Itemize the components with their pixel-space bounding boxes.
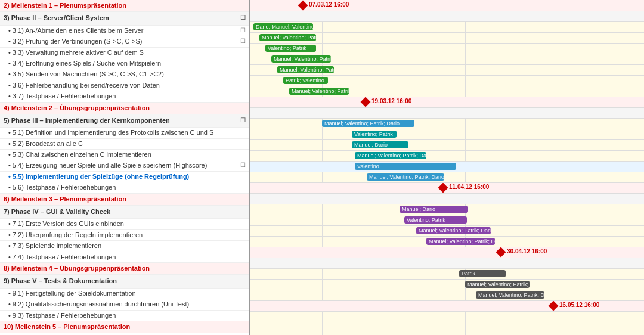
list-item: •3.3) Verwaltung mehrere aktiver C auf d… — [0, 48, 249, 58]
item-label: 3.3) Verwaltung mehrere aktiver C auf de… — [13, 49, 144, 56]
item-label: 3.2) Prüfung der Verbindungen (S->C, C->… — [13, 38, 143, 45]
item-label: 5.3) Chat zwischen einzelnen C implement… — [13, 151, 151, 158]
item-label: 5.2) Broadcast an alle C — [13, 140, 83, 147]
list-item: ☐ 5) Phase III – Implementierung der Ker… — [0, 114, 249, 128]
gantt-bar: Manuel; Dario — [400, 206, 468, 213]
row-divider — [250, 129, 644, 129]
list-item: 2) Meilenstein 1 – Plenumspräsentation — [0, 0, 249, 12]
gantt-bar: Manuel; Valentino; Patrik; Dario — [271, 55, 331, 63]
list-item: •5.1) Definition und Implementierung des… — [0, 128, 249, 138]
row-divider — [250, 21, 644, 22]
list-item: •3.4) Eröffnung eines Spiels / Suche von… — [0, 58, 249, 69]
row-divider — [250, 107, 644, 108]
item-label: 5.4) Erzeugung neuer Spiele und alte Spi… — [13, 162, 208, 169]
row-divider — [250, 150, 644, 151]
task-list: 2) Meilenstein 1 – Plenumspräsentation ☐… — [0, 0, 250, 335]
row-divider — [250, 290, 644, 290]
item-label: 5) Phase III – Implementierung der Kernk… — [4, 117, 170, 124]
row-divider — [250, 43, 644, 44]
row-divider — [250, 258, 644, 258]
gantt-bar: Valentino; Patrik — [404, 216, 467, 224]
gantt-bar: Patrik; Valentino — [283, 77, 328, 84]
list-item: •9.1) Fertigstellung der Spieldokumentat… — [0, 289, 249, 299]
gantt-row-bg — [250, 258, 644, 268]
item-label: 3.4) Eröffnung eines Spiels / Suche von … — [13, 60, 161, 67]
item-label: 7.1) Erste Version des GUIs einbinden — [13, 220, 124, 227]
row-divider — [250, 75, 644, 76]
item-label: 7.3) Spielende implementieren — [13, 242, 101, 249]
row-divider — [250, 182, 644, 183]
list-item: 10) Meilenstein 5 – Plenumspräsentation — [0, 321, 249, 333]
gantt-bar: Dario; Manuel; Valentino; Patrik — [253, 23, 313, 30]
row-divider — [250, 300, 644, 301]
gantt-row-bg — [250, 11, 644, 21]
list-item: •5.2) Broadcast an alle C — [0, 139, 249, 150]
gantt-chart: 07.03.12 16:00 19.03.12 16:00 11.04.12 1… — [250, 0, 644, 335]
item-label: 3) Phase II – Server/Client System — [4, 14, 109, 21]
item-label: 9.2) Qualitätssicherungsmassnahmen durch… — [13, 300, 189, 308]
list-item: •5.3) Chat zwischen einzelnen C implemen… — [0, 150, 249, 160]
item-label: 5.6) Testphase / Fehlerbehebungen — [13, 184, 116, 191]
row-divider — [250, 11, 644, 11]
list-item: ☐ •5.4) Erzeugung neuer Spiele und alte … — [0, 160, 249, 171]
row-divider — [250, 172, 644, 172]
item-label: 3.7) Testphase / Fehlerbehebungen — [13, 92, 116, 100]
row-divider — [250, 54, 644, 54]
list-item: ☐ •3.2) Prüfung der Verbindungen (S->C, … — [0, 36, 249, 47]
gantt-row-bg — [250, 193, 644, 204]
gantt-bar: Manuel; Valentino; Patrik; Dario — [476, 291, 544, 299]
icon-checkbox: ☐ — [240, 14, 246, 22]
icon-checkbox: ☐ — [240, 37, 246, 45]
gantt-bar: Manuel; Valentino; Patrik; Dario — [289, 88, 349, 95]
item-label: 5.1) Definition und Implementierung des … — [13, 129, 214, 136]
icon-checkbox: ☐ — [240, 161, 246, 169]
row-divider — [250, 118, 644, 119]
item-label: 9) Phase V – Tests & Dokumentation — [4, 277, 117, 284]
list-item: •9.2) Qualitätssicherungsmassnahmen durc… — [0, 299, 249, 310]
gantt-bar: Valentino — [355, 163, 456, 170]
row-divider — [250, 86, 644, 86]
list-item: •7.4) Testphase / Fehlerbehebungen — [0, 252, 249, 263]
milestone-date-label: 19.03.12 16:00 — [371, 98, 411, 104]
gantt-bar: Patrik — [459, 270, 506, 277]
list-item: ☐ •3.1) An-/Abmelden eines Clients beim … — [0, 26, 249, 36]
row-divider — [250, 139, 644, 140]
item-label: 7) Phase IV – GUI & Validity Check — [4, 208, 110, 215]
icon-checkbox: ☐ — [240, 26, 246, 35]
list-item: ☐ 3) Phase II – Server/Client System — [0, 12, 249, 25]
row-divider — [250, 311, 644, 312]
item-label: 6) Meilenstein 3 – Plenumspräsentation — [4, 196, 126, 203]
row-divider — [250, 193, 644, 194]
list-item: •9.3) Testphase / Fehlerbehebungen — [0, 311, 249, 321]
gantt-bar: Manuel; Valentino; Patrik; Dario — [355, 152, 426, 159]
item-label: 7.2) Überprüfung der Regeln implementier… — [13, 231, 143, 238]
gantt-bar: Manuel; Valentino; Patrik; Dario — [259, 34, 316, 41]
list-item: 8) Meilenstein 4 – Übungsgruppenpräsenta… — [0, 263, 249, 275]
main-container: 2) Meilenstein 1 – Plenumspräsentation ☐… — [0, 0, 644, 335]
milestone-date-label: 30.04.12 16:00 — [507, 248, 547, 255]
item-label: 3.1) An-/Abmelden eines Clients beim Ser… — [13, 27, 144, 34]
item-label: 2) Meilenstein 1 – Plenumspräsentation — [4, 2, 126, 9]
list-item: •3.6) Fehlerbehandlung bei send/receive … — [0, 80, 249, 91]
row-divider — [250, 161, 644, 162]
list-item: •7.3) Spielende implementieren — [0, 241, 249, 252]
milestone-date-label: 07.03.12 16:00 — [309, 1, 349, 8]
item-label: 5.5) Implementierung der Spielzüge (ohne… — [13, 173, 189, 180]
row-divider — [250, 32, 644, 33]
list-item: 6) Meilenstein 3 – Plenumspräsentation — [0, 194, 249, 206]
item-label: 7.4) Testphase / Fehlerbehebungen — [13, 253, 116, 260]
gantt-row-bg — [250, 247, 644, 258]
item-label: 3.6) Fehlerbehandlung bei send/receive v… — [13, 82, 160, 89]
item-label: 4) Meilenstein 2 – Übungsgruppenpräsenta… — [4, 104, 150, 111]
row-divider — [250, 268, 644, 269]
row-divider — [250, 97, 644, 97]
item-label: 10) Meilenstein 5 – Plenumspräsentation — [4, 323, 130, 330]
gantt-bar: Manuel; Valentino; Patrik; Dario — [426, 238, 495, 245]
gantt-bar: Manuel; Valentino; Patrik; Dario — [367, 173, 444, 181]
list-item: •5.6) Testphase / Fehlerbehebungen — [0, 182, 249, 193]
list-item: •7.1) Erste Version des GUIs einbinden — [0, 219, 249, 229]
row-divider — [250, 225, 644, 226]
gantt-row-bg — [250, 97, 644, 107]
row-divider — [250, 204, 644, 204]
gantt-bar: Manuel; Valentino; Patrik; Dario — [416, 227, 491, 234]
